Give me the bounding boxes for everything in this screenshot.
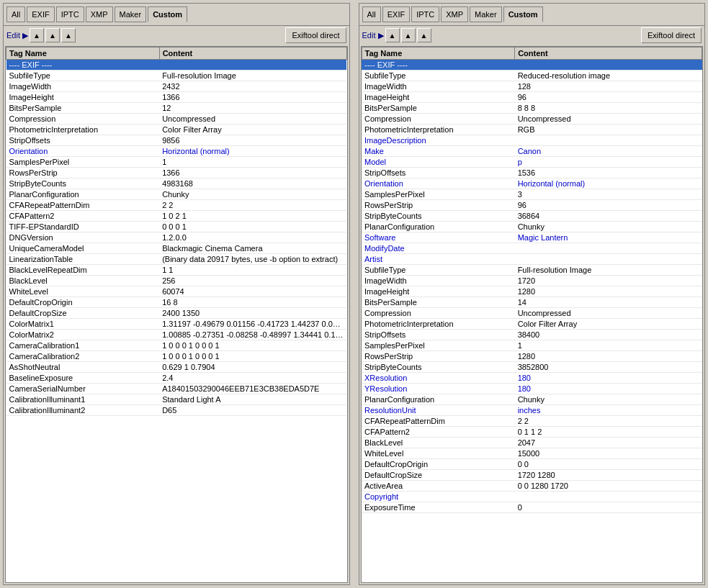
table-row[interactable]: StripByteCounts4983168 (6, 178, 347, 189)
table-row[interactable]: UniqueCameraModelBlackmagic Cinema Camer… (6, 243, 347, 254)
table-row[interactable]: CalibrationIlluminant2D65 (6, 405, 347, 416)
table-row[interactable]: ActiveArea0 0 1280 1720 (362, 481, 702, 492)
table-row[interactable]: CalibrationIlluminant1Standard Light A (6, 394, 347, 405)
left-table-container[interactable]: Tag Name Content ---- EXIF ----SubfileTy… (5, 46, 348, 583)
table-row[interactable]: SubfileTypeReduced-resolution image (362, 71, 702, 81)
left-edit-button[interactable]: Edit ▶ (6, 31, 28, 40)
right-tab-maker[interactable]: Maker (470, 6, 502, 22)
table-row[interactable]: StripOffsets9856 (6, 135, 347, 146)
table-row[interactable]: Copyright (362, 492, 702, 502)
table-row[interactable]: CompressionUncompressed (6, 114, 347, 125)
table-row[interactable]: CameraSerialNumberA18401503290046EEB71E3… (6, 384, 347, 394)
table-row[interactable]: ImageWidth2432 (6, 81, 347, 92)
left-tab-all[interactable]: All (6, 6, 25, 22)
table-row[interactable]: ImageDescription (362, 135, 702, 146)
table-row[interactable]: Artist (362, 254, 702, 265)
table-row[interactable]: SamplesPerPixel1 (362, 340, 702, 351)
left-tab-custom[interactable]: Custom (148, 6, 187, 22)
table-row[interactable]: BlackLevel256 (6, 276, 347, 286)
table-row[interactable]: AsShotNeutral0.629 1 0.7904 (6, 362, 347, 373)
table-row[interactable]: CompressionUncompressed (362, 308, 702, 319)
right-tab-iptc[interactable]: IPTC (411, 6, 439, 22)
table-row[interactable]: CFARepeatPatternDim2 2 (362, 416, 702, 427)
table-row[interactable]: WhiteLevel60074 (6, 286, 347, 297)
right-arrow-up-1[interactable]: ▲ (385, 28, 400, 42)
table-row[interactable]: ModifyDate (362, 243, 702, 254)
table-row[interactable]: StripByteCounts3852800 (362, 362, 702, 373)
table-row[interactable]: ---- EXIF ---- (362, 60, 702, 71)
table-row[interactable]: RowsPerStrip1280 (362, 351, 702, 362)
right-edit-button[interactable]: Edit ▶ (362, 31, 384, 40)
table-row[interactable]: YResolution180 (362, 384, 702, 394)
table-row[interactable]: SubfileTypeFull-resolution Image (6, 71, 347, 81)
table-row[interactable]: PhotometricInterpretationColor Filter Ar… (362, 319, 702, 330)
right-tab-xmp[interactable]: XMP (441, 6, 468, 22)
table-row[interactable]: ---- EXIF ---- (6, 60, 347, 71)
table-row[interactable]: DefaultCropOrigin16 8 (6, 297, 347, 308)
table-row[interactable]: SoftwareMagic Lantern (362, 232, 702, 243)
table-row[interactable]: SamplesPerPixel3 (362, 189, 702, 200)
right-tab-custom[interactable]: Custom (503, 6, 543, 22)
right-arrow-up-2[interactable]: ▲ (401, 28, 416, 42)
table-row[interactable]: OrientationHorizontal (normal) (362, 178, 702, 189)
right-tab-exif[interactable]: EXIF (382, 6, 410, 22)
table-row[interactable]: ResolutionUnitinches (362, 405, 702, 416)
table-row[interactable]: CameraCalibration11 0 0 0 1 0 0 0 1 (6, 340, 347, 351)
table-row[interactable]: PlanarConfigurationChunky (362, 222, 702, 232)
table-row[interactable]: SamplesPerPixel1 (6, 157, 347, 168)
table-row[interactable]: BitsPerSample12 (6, 103, 347, 114)
table-row[interactable]: ColorMatrix21.00885 -0.27351 -0.08258 -0… (6, 330, 347, 340)
table-row[interactable]: DefaultCropSize2400 1350 (6, 308, 347, 319)
table-row[interactable]: PlanarConfigurationChunky (362, 394, 702, 405)
right-exiftool-button[interactable]: Exiftool direct (641, 27, 702, 43)
table-row[interactable]: BitsPerSample8 8 8 (362, 103, 702, 114)
table-row[interactable]: CFAPattern20 1 1 2 (362, 427, 702, 438)
table-row[interactable]: MakeCanon (362, 146, 702, 157)
table-row[interactable]: ImageWidth128 (362, 81, 702, 92)
table-row[interactable]: CFAPattern21 0 2 1 (6, 211, 347, 222)
table-row[interactable]: ColorMatrix11.31197 -0.49679 0.01156 -0.… (6, 319, 347, 330)
left-arrow-up-2[interactable]: ▲ (45, 28, 60, 42)
left-arrow-up-3[interactable]: ▲ (61, 28, 76, 42)
table-row[interactable]: CompressionUncompressed (362, 114, 702, 125)
left-tab-xmp[interactable]: XMP (86, 6, 113, 22)
right-tab-all[interactable]: All (362, 6, 381, 22)
table-row[interactable]: ImageHeight96 (362, 92, 702, 103)
table-row[interactable]: RowsPerStrip96 (362, 200, 702, 211)
left-tab-maker[interactable]: Maker (115, 6, 147, 22)
table-row[interactable]: BlackLevelRepeatDim1 1 (6, 265, 347, 276)
table-row[interactable]: ImageHeight1280 (362, 286, 702, 297)
table-row[interactable]: StripByteCounts36864 (362, 211, 702, 222)
table-row[interactable]: DefaultCropSize1720 1280 (362, 470, 702, 481)
table-row[interactable]: PhotometricInterpretationRGB (362, 125, 702, 135)
table-row[interactable]: Modelp (362, 157, 702, 168)
content-cell (515, 492, 702, 502)
table-row[interactable]: XResolution180 (362, 373, 702, 384)
right-arrow-up-3[interactable]: ▲ (417, 28, 431, 42)
table-row[interactable]: BitsPerSample14 (362, 297, 702, 308)
table-row[interactable]: DefaultCropOrigin0 0 (362, 459, 702, 470)
table-row[interactable]: OrientationHorizontal (normal) (6, 146, 347, 157)
table-row[interactable]: BlackLevel2047 (362, 438, 702, 448)
left-arrow-up-1[interactable]: ▲ (30, 28, 44, 42)
right-table-container[interactable]: Tag Name Content ---- EXIF ----SubfileTy… (361, 46, 704, 583)
table-row[interactable]: RowsPerStrip1366 (6, 168, 347, 178)
table-row[interactable]: PhotometricInterpretationColor Filter Ar… (6, 125, 347, 135)
left-exiftool-button[interactable]: Exiftool direct (285, 27, 346, 43)
table-row[interactable]: StripOffsets1536 (362, 168, 702, 178)
table-row[interactable]: ImageHeight1366 (6, 92, 347, 103)
table-row[interactable]: WhiteLevel15000 (362, 448, 702, 459)
table-row[interactable]: DNGVersion1.2.0.0 (6, 232, 347, 243)
table-row[interactable]: PlanarConfigurationChunky (6, 189, 347, 200)
table-row[interactable]: LinearizationTable(Binary data 20917 byt… (6, 254, 347, 265)
table-row[interactable]: StripOffsets38400 (362, 330, 702, 340)
table-row[interactable]: CameraCalibration21 0 0 0 1 0 0 0 1 (6, 351, 347, 362)
table-row[interactable]: TIFF-EPStandardID0 0 0 1 (6, 222, 347, 232)
table-row[interactable]: ImageWidth1720 (362, 276, 702, 286)
table-row[interactable]: ExposureTime0 (362, 502, 702, 513)
left-tab-exif[interactable]: EXIF (27, 6, 54, 22)
table-row[interactable]: CFARepeatPatternDim2 2 (6, 200, 347, 211)
table-row[interactable]: SubfileTypeFull-resolution Image (362, 265, 702, 276)
table-row[interactable]: BaselineExposure2.4 (6, 373, 347, 384)
left-tab-iptc[interactable]: IPTC (56, 6, 84, 22)
